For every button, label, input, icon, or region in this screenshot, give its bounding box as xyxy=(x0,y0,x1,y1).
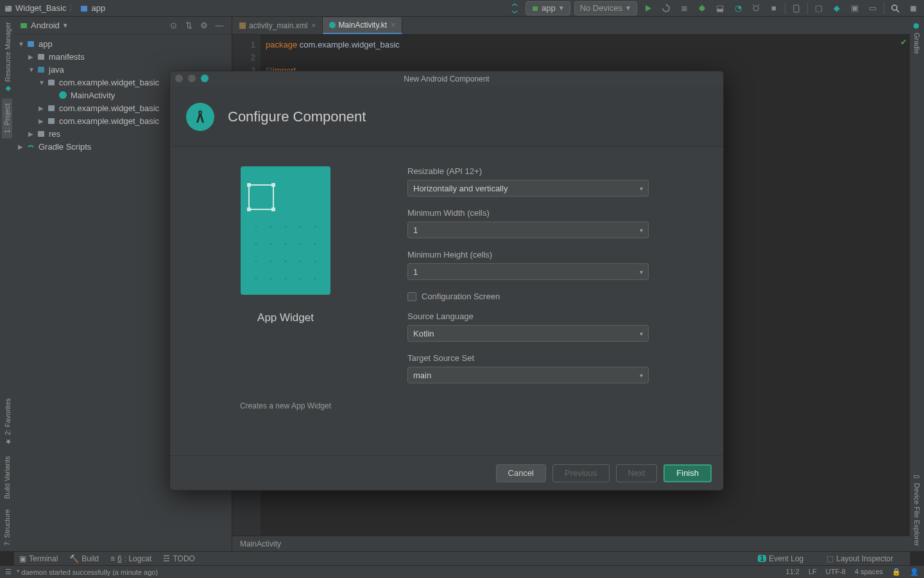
svg-rect-1 xyxy=(5,6,8,8)
tab-gradle[interactable]: ⬢Gradle xyxy=(912,17,923,59)
tab-activity-main[interactable]: activity_main.xml × xyxy=(232,17,323,34)
apply-code-icon[interactable]: ≣ xyxy=(677,1,691,15)
tab-resource-manager[interactable]: ◆Resource Manager xyxy=(2,17,13,98)
form-column: Resizable (API 12+) Horizontally and ver… xyxy=(382,166,704,436)
hide-icon[interactable]: — xyxy=(212,19,227,33)
status-icon[interactable]: ☰ xyxy=(5,568,12,576)
window-controls xyxy=(175,74,209,82)
language-label: Source Language xyxy=(407,311,704,321)
apply-changes-icon[interactable] xyxy=(659,1,673,15)
android-icon xyxy=(531,4,539,12)
zoom-icon[interactable] xyxy=(201,74,209,82)
sync-icon[interactable] xyxy=(508,1,522,15)
spacer xyxy=(6,138,8,393)
devices-label: No Devices xyxy=(580,3,622,13)
coverage-icon[interactable]: ⬓ xyxy=(713,1,727,15)
config-screen-checkbox[interactable]: Configuration Screen xyxy=(407,292,704,301)
next-button[interactable]: Next xyxy=(616,464,658,482)
tree-app[interactable]: ▼app xyxy=(14,37,232,50)
tab-terminal[interactable]: ▣Terminal xyxy=(19,554,58,563)
chevron-down-icon: ▼ xyxy=(625,4,631,12)
search-icon[interactable] xyxy=(888,1,902,15)
inspection-ok-icon[interactable]: ✔ xyxy=(900,37,907,47)
kotlin-class-icon xyxy=(59,91,67,99)
chevron-down-icon: ▼ xyxy=(558,4,565,12)
svg-point-21 xyxy=(186,103,214,131)
run-config-selector[interactable]: app ▼ xyxy=(526,1,570,15)
stop-icon[interactable]: ■ xyxy=(767,1,781,15)
project-view-selector[interactable]: Android ▼ xyxy=(19,21,69,30)
tab-logcat[interactable]: ≡6: Logcat xyxy=(110,554,151,563)
breadcrumb-module[interactable]: app xyxy=(80,3,105,13)
dialog-footer: Cancel Previous Next Finish xyxy=(170,455,723,490)
gear-icon[interactable]: ⚙ xyxy=(197,19,211,33)
cursor-position[interactable]: 11:2 xyxy=(786,568,800,576)
finish-button[interactable]: Finish xyxy=(663,464,712,482)
line-ending[interactable]: LF xyxy=(809,568,817,576)
panel-icon[interactable]: ◼ xyxy=(906,1,920,15)
resizable-select[interactable]: Horizontally and vertically▾ xyxy=(407,180,649,197)
svg-rect-13 xyxy=(28,41,34,47)
breadcrumb: Widget_Basic 〉 app xyxy=(4,3,105,14)
dialog-titlebar[interactable]: New Android Component xyxy=(170,71,723,87)
project-panel-header: Android ▼ ⊙ ⇅ ⚙ — xyxy=(14,17,232,35)
debug-icon[interactable] xyxy=(695,1,709,15)
tab-main-activity[interactable]: MainActivity.kt × xyxy=(323,17,402,34)
target-select[interactable]: main▾ xyxy=(407,367,649,383)
dialog-title: Configure Component xyxy=(228,109,366,125)
editor-tabs: activity_main.xml × MainActivity.kt × xyxy=(232,17,910,35)
svg-rect-19 xyxy=(38,131,44,137)
tab-layout-inspector[interactable]: ⬚Layout Inspector xyxy=(826,554,893,563)
inspection-icon[interactable]: 👤 xyxy=(910,568,919,576)
tree-manifests[interactable]: ▶manifests xyxy=(14,50,232,63)
tab-favorites[interactable]: ★2: Favorites xyxy=(2,393,13,451)
sdk-icon[interactable]: ▢ xyxy=(812,1,826,15)
chevron-down-icon: ▾ xyxy=(640,227,643,234)
svg-rect-14 xyxy=(38,54,44,60)
tab-build-variants[interactable]: Build Variants xyxy=(2,451,12,504)
svg-rect-18 xyxy=(48,118,55,124)
tab-event-log[interactable]: 1Event Log xyxy=(758,554,804,563)
project-view-label: Android xyxy=(31,21,60,30)
dialog-body: App Widget Creates a new App Widget Resi… xyxy=(170,147,723,455)
attach-debug-icon[interactable] xyxy=(749,1,763,15)
svg-point-10 xyxy=(892,5,897,10)
language-select[interactable]: Kotlin▾ xyxy=(407,325,649,342)
emulator-icon[interactable]: ▭ xyxy=(866,1,880,15)
widget-outline-icon xyxy=(248,184,274,210)
breadcrumb-project[interactable]: Widget_Basic xyxy=(4,3,66,13)
avd-icon[interactable] xyxy=(789,1,803,15)
svg-rect-20 xyxy=(239,22,246,29)
close-icon[interactable]: × xyxy=(311,21,316,30)
minimize-icon[interactable] xyxy=(188,74,196,82)
run-button[interactable] xyxy=(641,1,655,15)
indent[interactable]: 4 spaces xyxy=(855,568,883,576)
min-height-label: Minimum Height (cells) xyxy=(407,250,704,259)
close-icon[interactable]: × xyxy=(391,21,395,30)
layout-editor-icon[interactable]: ▣ xyxy=(848,1,862,15)
select-opened-icon[interactable]: ⊙ xyxy=(166,19,180,33)
logcat-icon: ≡ xyxy=(110,554,115,563)
tab-structure[interactable]: 7: Structure xyxy=(2,504,12,551)
svg-point-23 xyxy=(200,111,201,112)
bottom-tool-strip: ▣Terminal 🔨Build ≡6: Logcat ☲TODO 1Event… xyxy=(14,551,910,565)
close-icon[interactable] xyxy=(175,74,183,82)
tab-project[interactable]: 1: Project xyxy=(2,98,12,138)
min-height-select[interactable]: 1▾ xyxy=(407,263,649,280)
profiler-icon[interactable]: ◔ xyxy=(731,1,745,15)
android-icon xyxy=(19,21,28,30)
previous-button[interactable]: Previous xyxy=(552,464,610,482)
devices-selector[interactable]: No Devices ▼ xyxy=(574,1,637,15)
tab-build[interactable]: 🔨Build xyxy=(69,554,99,563)
min-width-label: Minimum Width (cells) xyxy=(407,208,704,218)
tab-device-file-explorer[interactable]: ▭Device File Explorer xyxy=(912,467,923,551)
lock-icon[interactable]: 🔒 xyxy=(892,568,901,576)
resource-icon[interactable]: ◆ xyxy=(830,1,844,15)
tab-todo[interactable]: ☲TODO xyxy=(163,554,194,563)
expand-icon[interactable]: ⇅ xyxy=(182,19,196,33)
min-width-select[interactable]: 1▾ xyxy=(407,222,649,238)
encoding[interactable]: UTF-8 xyxy=(826,568,846,576)
svg-rect-2 xyxy=(81,6,87,12)
cancel-button[interactable]: Cancel xyxy=(496,464,546,482)
layout-icon: ⬚ xyxy=(826,554,834,563)
